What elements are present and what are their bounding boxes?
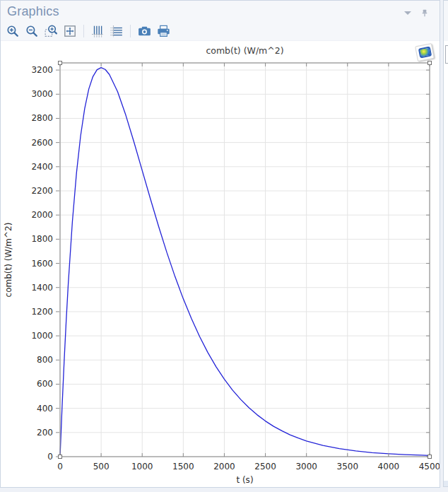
zoom-in-button[interactable] [4,23,21,40]
zoom-in-icon [6,25,19,37]
plot-area[interactable]: 0500100015002000250030003500400045000200… [1,41,440,488]
camera-icon [138,25,151,37]
image-snapshot-button[interactable] [136,23,153,40]
x-tick-label: 3500 [337,462,359,472]
y-tick-label: 400 [37,404,53,414]
y-tick-label: 1400 [31,283,53,293]
y-tick-label: 2200 [31,186,53,196]
x-tick-label: 0 [57,462,63,472]
x-tick-label: 3000 [295,462,317,472]
adjacent-panel-sliver [443,0,448,487]
y-tick-label: 3200 [31,65,53,75]
plot-region: 0500100015002000250030003500400045000200… [1,41,440,487]
graphics-toolbar [4,23,172,40]
y-tick-label: 0 [47,452,53,462]
zoom-extents-icon [64,25,76,37]
y-tick-label: 2600 [31,138,53,148]
zoom-out-icon [25,25,38,37]
adjacent-panel-field-edge [445,63,448,64]
zoom-box-icon [45,25,57,37]
adjacent-panel-footer [444,481,448,486]
x-tick-label: 4500 [419,462,440,472]
print-button[interactable] [155,23,172,40]
y-tick-label: 1000 [31,331,53,341]
header-controls [404,8,430,18]
y-tick-label: 3000 [31,89,53,99]
x-grid-lines-button[interactable] [89,23,106,40]
x-tick-label: 4000 [378,462,400,472]
x-axis-label: t (s) [236,475,253,485]
x-tick-label: 500 [93,462,110,472]
y-tick-label: 600 [37,379,53,389]
y-tick-label: 2800 [31,113,53,123]
x-tick-label: 2500 [254,462,276,472]
y-tick-label: 1200 [31,307,53,317]
x-tick-label: 2000 [213,462,235,472]
y-grid-lines-button[interactable] [108,23,125,40]
y-grid-icon [110,25,123,37]
graphics-panel-header: Graphics [1,1,440,41]
y-tick-label: 1600 [31,259,53,269]
y-axis-label: comb(t) (W/m^2) [4,223,13,298]
graphics-window: Graphics [0,0,440,488]
toolbar-separator [130,25,131,37]
zoom-extents-button[interactable] [61,23,78,40]
printer-icon [157,25,170,37]
chart-title: comb(t) (W/m^2) [206,45,283,56]
x-tick-label: 1000 [131,462,153,472]
pin-icon[interactable] [420,8,430,18]
x-tick-label: 1500 [172,462,194,472]
toolbar-separator [83,25,84,37]
adjacent-panel-field-edge [445,45,446,63]
panel-title: Graphics [7,4,59,19]
zoom-out-button[interactable] [23,23,40,40]
y-tick-label: 1800 [31,234,53,244]
caret-down-icon[interactable] [404,11,411,15]
zoom-box-button[interactable] [42,23,59,40]
y-tick-label: 2000 [31,210,53,220]
adjacent-panel-header [444,1,448,41]
y-tick-label: 800 [37,355,53,365]
x-grid-icon [91,25,104,37]
y-tick-label: 200 [37,428,53,438]
y-tick-label: 2400 [31,162,53,172]
